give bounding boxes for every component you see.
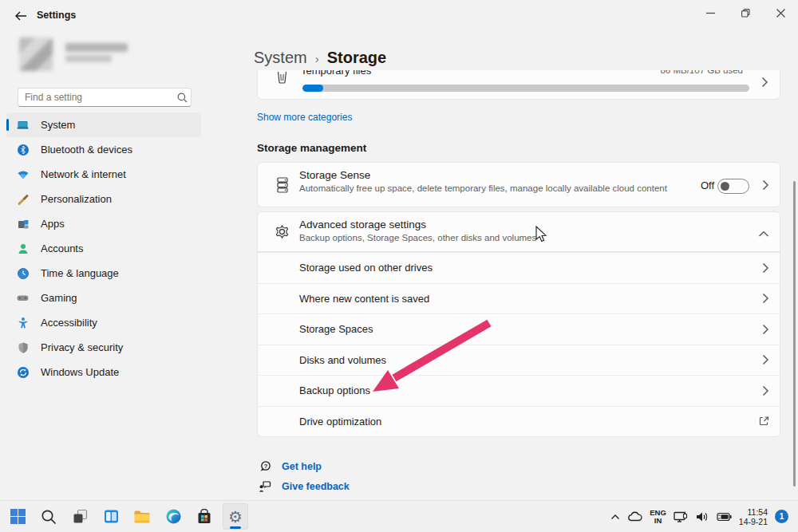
row-label: Storage used on other drives (299, 262, 433, 274)
network-display-icon[interactable] (674, 510, 689, 523)
search-icon (41, 509, 57, 525)
minimize-button[interactable] (693, 0, 728, 26)
row-drive-optimization[interactable]: Drive optimization (258, 406, 780, 437)
restore-icon (741, 9, 750, 18)
sidebar-item-time-language[interactable]: Time & language (6, 261, 201, 286)
close-button[interactable] (763, 0, 798, 26)
storage-sense-toggle[interactable] (717, 179, 749, 194)
sidebar-item-network-internet[interactable]: Network & internet (6, 162, 201, 187)
advanced-storage-settings-row[interactable]: Advanced storage settings Backup options… (258, 212, 780, 252)
row-label: Drive optimization (299, 416, 381, 428)
storage-management-header: Storage management (257, 142, 366, 154)
chevron-up-icon[interactable] (758, 227, 769, 241)
row-disks-and-volumes[interactable]: Disks and volumes (258, 345, 780, 376)
give-feedback-link[interactable]: Give feedback (259, 480, 350, 493)
get-help-link[interactable]: ? Get help (259, 460, 322, 473)
sidebar-item-accounts[interactable]: Accounts (6, 236, 201, 261)
back-button[interactable] (11, 6, 30, 26)
bluetooth-icon (16, 143, 30, 156)
language-line2: IN (650, 517, 666, 525)
advanced-storage-title: Advanced storage settings (299, 219, 426, 231)
sidebar-item-apps[interactable]: Apps (6, 211, 201, 236)
back-arrow-icon (15, 11, 27, 21)
storage-sense-row[interactable]: Storage Sense Automatically free up spac… (257, 162, 780, 207)
sidebar-item-accessibility[interactable]: Accessibility (6, 310, 201, 335)
chevron-right-icon (762, 385, 769, 396)
sidebar-item-system[interactable]: System (6, 112, 201, 137)
row-label: Backup options (299, 384, 370, 396)
breadcrumb-separator-icon: › (315, 52, 319, 65)
wifi-globe-icon (16, 167, 30, 181)
sidebar-item-personalization[interactable]: Personalization (6, 187, 201, 211)
vertical-scrollbar[interactable] (793, 181, 796, 487)
page-title: Storage (327, 49, 386, 67)
external-link-icon (759, 416, 769, 427)
start-button[interactable] (5, 503, 30, 530)
temporary-files-label: Temporary files (301, 70, 371, 77)
svg-text:?: ? (264, 463, 268, 470)
storage-sense-title: Storage Sense (299, 169, 370, 181)
sidebar-item-windows-update[interactable]: Windows Update (6, 360, 201, 384)
sidebar-item-label: Accounts (41, 242, 83, 254)
onedrive-cloud-icon[interactable] (627, 511, 642, 522)
taskbar-search-button[interactable] (36, 503, 61, 530)
search-input[interactable] (18, 92, 173, 103)
sidebar-item-label: Bluetooth & devices (41, 144, 132, 156)
search-box (18, 88, 192, 107)
profile-email-redacted (65, 55, 112, 62)
system-tray: ENG IN 11:54 14-9-21 1 (610, 501, 788, 532)
clock-date[interactable]: 11:54 14-9-21 (739, 507, 768, 526)
temporary-files-progress-fill (302, 85, 323, 92)
chevron-right-icon (762, 354, 769, 365)
settings-app-button[interactable]: ⚙ (223, 503, 248, 530)
restore-button[interactable] (728, 0, 763, 26)
chevron-right-icon (762, 324, 769, 335)
tray-time: 11:54 (739, 507, 768, 517)
trash-icon (276, 71, 288, 87)
avatar[interactable] (19, 37, 53, 71)
sidebar-item-label: System (41, 119, 75, 131)
language-indicator[interactable]: ENG IN (650, 509, 666, 525)
temporary-files-usage: 86 MB/107 GB used (660, 70, 743, 75)
row-where-new-content-saved[interactable]: Where new content is saved (258, 283, 780, 314)
feedback-person-icon (259, 480, 271, 493)
tray-chevron-up-icon[interactable] (610, 514, 620, 520)
sidebar-item-label: Apps (41, 218, 65, 230)
temporary-files-row[interactable]: Temporary files 86 MB/107 GB used (257, 70, 780, 100)
speaker-icon[interactable] (696, 511, 709, 522)
accessibility-person-icon (16, 316, 30, 329)
breadcrumb-system[interactable]: System (254, 49, 307, 67)
task-view-icon (72, 508, 89, 525)
sidebar-item-bluetooth-devices[interactable]: Bluetooth & devices (6, 137, 201, 162)
temporary-files-progressbar (302, 85, 749, 92)
minimize-icon (706, 9, 715, 18)
get-help-label: Get help (282, 461, 322, 472)
edge-browser-button[interactable] (160, 503, 186, 530)
row-label: Disks and volumes (299, 354, 386, 366)
sidebar-item-privacy-security[interactable]: Privacy & security (6, 335, 201, 360)
give-feedback-label: Give feedback (282, 481, 350, 492)
file-explorer-icon (133, 509, 151, 525)
sidebar-item-label: Privacy & security (41, 341, 123, 353)
advanced-storage-subtitle: Backup options, Storage Spaces, other di… (299, 233, 536, 242)
task-view-button[interactable] (67, 503, 93, 530)
sidebar-item-label: Gaming (41, 292, 77, 304)
brush-icon (16, 192, 30, 206)
notification-badge[interactable]: 1 (775, 510, 788, 523)
toggle-state-label: Off (701, 179, 714, 191)
battery-charging-icon[interactable] (717, 512, 732, 522)
microsoft-store-button[interactable] (192, 503, 217, 530)
show-more-categories-link[interactable]: Show more categories (257, 112, 352, 123)
file-explorer-button[interactable] (129, 503, 155, 530)
row-backup-options[interactable]: Backup options (258, 375, 780, 406)
advanced-storage-settings-group: Advanced storage settings Backup options… (257, 211, 780, 437)
row-label: Where new content is saved (299, 293, 429, 305)
laptop-icon (16, 118, 30, 132)
gamepad-icon (16, 291, 30, 305)
row-storage-spaces[interactable]: Storage Spaces (258, 313, 780, 345)
tray-date: 14-9-21 (739, 517, 768, 526)
storage-sense-subtitle: Automatically free up space, delete temp… (299, 183, 734, 194)
widgets-button[interactable] (98, 503, 124, 530)
row-storage-used-other-drives[interactable]: Storage used on other drives (258, 252, 780, 283)
sidebar-item-gaming[interactable]: Gaming (6, 286, 201, 310)
